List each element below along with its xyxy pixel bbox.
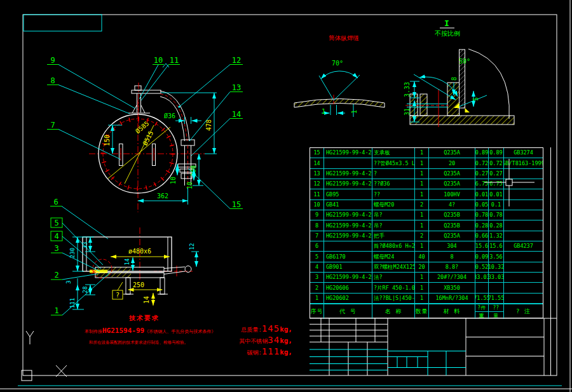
bom-header-material: 材 料: [429, 304, 475, 319]
table-row[interactable]: 15 HG21599-99-4-2 支承板 1 Q235A 0.89 0.89 …: [310, 148, 543, 158]
dim-3-33: 3.33: [404, 82, 411, 97]
bom-cell-unit: 71.55: [475, 294, 489, 303]
bom-cell-code: GB901: [324, 262, 372, 272]
section-view: ø480x6 250 14: [51, 218, 199, 315]
table-row[interactable]: 11 GB95 ?? 1 100HV 0.01 0.01: [310, 189, 543, 199]
bom-cell-no: 4: [310, 262, 324, 272]
dim-14-center: 14: [124, 259, 130, 266]
balloon-2: 2: [54, 271, 58, 280]
bom-cell-material: Q235A: [429, 231, 475, 241]
tech-req-line2: 和所在设备装配图的技术要求进行制造、检修与检验。: [89, 340, 188, 346]
table-row[interactable]: 6 筒?Ø480x6 H=220 1 304 15.6 15.6 GB4237: [310, 241, 543, 252]
detail-i-title: I: [444, 18, 449, 28]
bom-cell-unit: 0.72: [475, 158, 489, 168]
bom-cell-material: Q235A: [429, 169, 475, 179]
balloon-10: 10: [154, 56, 163, 65]
bom-cell-total: 0.01: [489, 189, 504, 199]
cad-canvas[interactable]: 15 HG21599-99-4-2 支承板 1 Q235A 0.89 0.89 …: [0, 0, 572, 392]
bom-cell-name: ?: [372, 169, 415, 179]
bom-cell-unit: 6.75: [475, 179, 489, 189]
bom-cell-code: GB6170: [324, 252, 372, 261]
bom-cell-total: 0.1: [489, 200, 504, 210]
table-row[interactable]: 4 GB901 双?螺柱M24X125 20 8.8? 0.52 10.32: [310, 262, 543, 273]
bom-cell-total: 0.78: [489, 210, 504, 220]
bom-cell-material: 4?: [429, 200, 475, 210]
bom-cell-remark: [504, 200, 543, 210]
balloon-15: 15: [232, 200, 241, 209]
bom-cell-total: 0.27: [489, 169, 504, 179]
dim-3: 3: [65, 280, 72, 283]
bom-cell-material: Q235B: [429, 210, 475, 220]
bom-cell-no: 10: [310, 200, 324, 210]
bom-cell-total: 0.89: [489, 148, 504, 158]
mass-total: 总质量:145kg,: [216, 323, 292, 335]
bom-cell-no: 15: [310, 148, 324, 158]
bom-table[interactable]: 15 HG21599-99-4-2 支承板 1 Q235A 0.89 0.89 …: [310, 147, 543, 318]
bom-cell-unit: 15.6: [475, 241, 489, 251]
bom-cell-remark: [504, 252, 543, 261]
bom-cell-total: 0.28: [489, 220, 504, 230]
bom-cell-material: Q235B: [429, 220, 475, 230]
mass-stainless: 其中不锈钢34kg,: [216, 335, 292, 346]
table-row[interactable]: 13 HG21599-99-4-2 ? 1 Q235A 0.27 0.27: [310, 169, 543, 179]
bom-cell-qty: 2: [415, 200, 429, 210]
dim-root-1: 1: [351, 110, 358, 114]
bom-cell-code: GB41: [324, 200, 372, 210]
tech-req-line1: 本制件按HG21594-99《不锈钢人、手孔分类与技术条件》: [85, 327, 215, 335]
table-row[interactable]: 1 HG20602 法??BL|S|450-1.0 1 16MnR/?304 7…: [310, 294, 543, 304]
bom-cell-material: 304: [429, 241, 475, 251]
table-row[interactable]: 10 GB41 螺母M20 2 4? 0.05 0.1: [310, 200, 543, 210]
bom-header-unit-weight: ?件: [475, 304, 489, 311]
table-row[interactable]: 5 GB6170 螺母M24 40 8 0.09 3.56: [310, 252, 543, 262]
table-row[interactable]: 12 HG21599-99-4-2 ??Ø36 1 Q235A 6.75 6.7…: [310, 179, 543, 189]
bom-cell-material: 100HV: [429, 189, 475, 199]
bom-cell-unit: 0.89: [475, 148, 489, 158]
bom-cell-total: 6.75: [489, 179, 504, 189]
bom-cell-total: 71.55: [489, 294, 504, 303]
bom-cell-name: 支承板: [372, 148, 415, 158]
bom-cell-remark: GB3274: [504, 148, 543, 158]
bom-cell-code: HG20606: [324, 283, 372, 292]
balloon-8: 8: [50, 76, 55, 85]
dim-250: 250: [133, 281, 144, 288]
bom-cell-code: [324, 158, 372, 168]
weld-symbol-tag: ?: [112, 282, 123, 299]
dim-10b: 10: [186, 182, 193, 189]
dim-200: 200: [190, 165, 197, 177]
detail-i: I 不按比例 50° 8 5 3: [404, 18, 514, 127]
balloon-12: 12: [232, 56, 241, 65]
table-row[interactable]: 3 HG21599-99-4-2 法? 1 20#?/?304 33.03 33…: [310, 273, 543, 283]
table-row[interactable]: 2 HG20606 ?片RF 450-1.0 1 XB350: [310, 283, 543, 293]
bom-cell-qty: 1: [415, 283, 429, 292]
ucs-icon: [22, 331, 67, 381]
bom-cell-total: 10.32: [489, 262, 504, 272]
bom-cell-remark: [504, 294, 543, 303]
bom-header-name: 名 称: [372, 304, 415, 319]
bom-cell-code: HG21599-99-4-2: [324, 273, 372, 282]
bom-cell-qty: 1: [415, 220, 429, 230]
bom-cell-no: 8: [310, 220, 324, 230]
lifting-bracket: [128, 83, 161, 127]
bom-cell-material: XB350: [429, 283, 475, 292]
revision-strip: [24, 15, 102, 31]
bom-cell-remark: GB/T8163-1999: [504, 158, 543, 168]
table-row[interactable]: 9 HG21599-99-4-2 吊? 1 Q235B 0.78 0.78: [310, 210, 543, 220]
bom-cell-unit: 0.28: [475, 220, 489, 230]
bom-cell-qty: 20: [415, 262, 429, 272]
dim-8: 8: [451, 77, 458, 81]
bom-header-row: 序号 代 号 名 称 数量 材 料 ?件 ?? 重 量 ? 注: [310, 304, 543, 319]
table-row[interactable]: 8 HG21599-99-4-2 吊? 1 Q235B 0.28 0.28: [310, 220, 543, 231]
bom-cell-unit: 0.27: [475, 169, 489, 179]
bom-cell-name: ??Ø36: [372, 179, 415, 189]
table-row[interactable]: 14 ??管Ø45x3.5 L=100 1 20 0.72 0.72 GB/T8…: [310, 158, 543, 168]
bom-cell-code: HG21599-99-4-2: [324, 231, 372, 241]
bom-cell-no: 9: [310, 210, 324, 220]
dim-d480: ø480x6: [128, 248, 151, 255]
bom-cell-no: 13: [310, 169, 324, 179]
bom-cell-material: 20: [429, 158, 475, 168]
bom-cell-qty: 1: [415, 273, 429, 282]
table-row[interactable]: 7 HG21599-99-4-2 把手 2 Q235A 0.66 1.32: [310, 231, 543, 241]
bom-header-qty: 数量: [415, 304, 429, 319]
bom-cell-no: 2: [310, 283, 324, 292]
bom-header-remark: ? 注: [504, 304, 543, 319]
